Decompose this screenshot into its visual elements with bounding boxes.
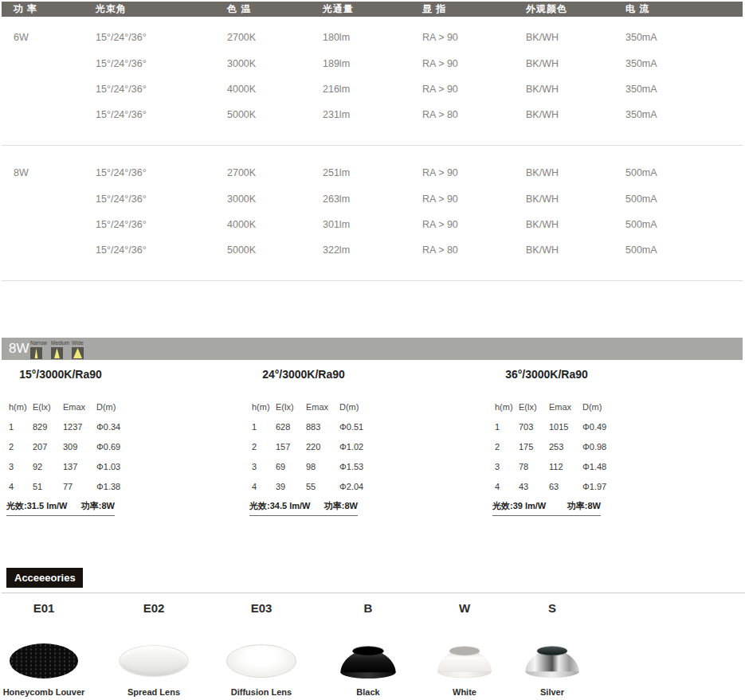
current-cell: 350mA (625, 32, 743, 43)
e-value: 628 (276, 422, 306, 432)
header-cct: 色 温 (227, 2, 323, 16)
narrow-beam-option: Narrow (30, 340, 43, 359)
flux-cell: 189lm (323, 58, 422, 69)
flux-cell: 216lm (323, 84, 422, 95)
photometric-table-24deg: 24°/3000K/Ra90 h(m) E(lx) Emax D(m) 1 62… (249, 368, 358, 516)
spec-row: 6W 15°/24°/36° 2700K 180lm RA > 90 BK/WH… (2, 25, 743, 50)
header-flux: 光通量 (323, 2, 422, 16)
col-e: E(lx) (276, 402, 306, 412)
h-value: 1 (495, 422, 519, 432)
finish-cell: BK/WH (526, 194, 625, 205)
spec-row: 15°/24°/36° 3000K 189lm RA > 90 BK/WH 35… (2, 50, 743, 76)
cri-cell: RA > 90 (422, 167, 526, 178)
photometric-footer: 光效:39 lm/W 功率:8W (492, 496, 601, 516)
power-cell: 8W (14, 167, 96, 178)
current-cell: 500mA (625, 167, 743, 178)
photometric-row: 4 39 55 Φ2.04 (249, 476, 358, 496)
beam-angle-cell: 15°/24°/36° (96, 194, 227, 205)
finish-cell: BK/WH (526, 109, 625, 120)
power-label: 功率:8W (567, 500, 601, 512)
cct-cell: 5000K (227, 109, 323, 120)
beam-triangle (72, 347, 84, 359)
photometric-row: 2 207 309 Φ0.69 (6, 436, 115, 456)
finish-cell: BK/WH (526, 32, 625, 43)
white-reflector-image (437, 643, 492, 678)
e-value: 207 (33, 442, 63, 452)
honeycomb-louver-image (10, 643, 78, 678)
spec-row: 15°/24°/36° 5000K 231lm RA > 80 BK/WH 35… (2, 102, 743, 127)
accessories-title-box: Acceeeories (6, 568, 83, 588)
h-value: 1 (252, 422, 276, 432)
col-emax: Emax (306, 402, 339, 412)
header-beam-angle: 光束角 (96, 2, 227, 16)
photometric-row: 1 628 883 Φ0.51 (249, 416, 358, 436)
medium-beam-option: Medium (51, 340, 64, 359)
divider-line (2, 280, 743, 281)
photometric-title: 36°/3000K/Ra90 (492, 368, 601, 384)
e-value: 39 (276, 482, 306, 491)
beam-angle-cell: 15°/24°/36° (96, 244, 227, 256)
spec-row: 15°/24°/36° 3000K 263lm RA > 90 BK/WH 50… (2, 186, 743, 211)
e-value: 78 (519, 462, 549, 471)
power-label: 功率:8W (81, 500, 115, 512)
beam-triangle (51, 347, 63, 359)
accessory-caption: Silver (496, 687, 608, 697)
col-h: h(m) (9, 402, 33, 412)
beam-angle-cell: 15°/24°/36° (96, 109, 227, 120)
wide-beam-icon (72, 347, 84, 359)
cri-cell: RA > 90 (422, 219, 526, 230)
beam-angle-cell: 15°/24°/36° (96, 84, 227, 95)
header-finish: 外观颜色 (526, 2, 625, 16)
current-cell: 350mA (625, 84, 743, 95)
spec-row: 15°/24°/36° 4000K 301lm RA > 90 BK/WH 50… (2, 212, 743, 237)
emax-value: 77 (63, 482, 96, 491)
flux-cell: 263lm (323, 194, 422, 205)
spec-row: 8W 15°/24°/36° 2700K 251lm RA > 90 BK/WH… (2, 160, 743, 186)
e-value: 51 (33, 482, 63, 491)
emax-value: 98 (306, 462, 339, 471)
photometric-header-row: h(m) E(lx) Emax D(m) (249, 397, 358, 416)
wide-beam-option: Wide (72, 340, 84, 359)
beam-options-bar: 8W Narrow Medium Wide (2, 338, 743, 360)
cri-cell: RA > 90 (422, 84, 526, 95)
d-value: Φ0.51 (339, 422, 363, 432)
wide-beam-label: Wide (72, 340, 84, 346)
accessory-image-wrap (0, 641, 100, 681)
current-cell: 500mA (625, 244, 743, 256)
photometric-title: 24°/3000K/Ra90 (249, 368, 358, 384)
emax-value: 137 (63, 462, 96, 471)
accessory-diffusion-lens: E03 Diffusion Lens (206, 601, 317, 697)
e-value: 703 (519, 422, 549, 432)
emax-value: 55 (306, 482, 339, 491)
efficacy-label: 光效:34.5 lm/W (249, 500, 310, 512)
cri-cell: RA > 90 (422, 194, 526, 205)
d-value: Φ0.49 (582, 422, 606, 432)
h-value: 4 (252, 482, 276, 491)
d-value: Φ1.03 (96, 462, 120, 471)
photometric-row: 3 69 98 Φ1.53 (249, 456, 358, 476)
photometric-title: 15°/3000K/Ra90 (6, 368, 115, 384)
d-value: Φ1.38 (96, 482, 120, 491)
accessory-image-wrap (312, 641, 424, 681)
current-cell: 500mA (625, 219, 743, 230)
d-value: Φ1.02 (339, 442, 363, 452)
col-emax: Emax (549, 402, 582, 412)
beam-angle-cell: 15°/24°/36° (96, 32, 227, 43)
finish-cell: BK/WH (526, 244, 625, 256)
e-value: 175 (519, 442, 549, 452)
silver-reflector-image (524, 643, 580, 678)
accessory-spread-lens: E02 Spread Lens (98, 601, 210, 697)
power-label: 功率:8W (324, 500, 358, 512)
d-value: Φ0.34 (96, 422, 120, 432)
finish-cell: BK/WH (526, 219, 625, 230)
cct-cell: 3000K (227, 58, 323, 69)
d-value: Φ1.53 (339, 462, 363, 471)
efficacy-label: 光效:31.5 lm/W (6, 500, 67, 512)
finish-cell: BK/WH (526, 167, 625, 178)
black-reflector-image (339, 643, 397, 679)
h-value: 1 (9, 422, 33, 432)
d-value: Φ1.97 (582, 482, 606, 491)
cct-cell: 4000K (227, 219, 323, 230)
narrow-beam-label: Narrow (30, 340, 43, 346)
spec-sheet-page: 功 率 光束角 色 温 光通量 显 指 外观颜色 电 流 6W 15°/24°/… (0, 0, 745, 700)
